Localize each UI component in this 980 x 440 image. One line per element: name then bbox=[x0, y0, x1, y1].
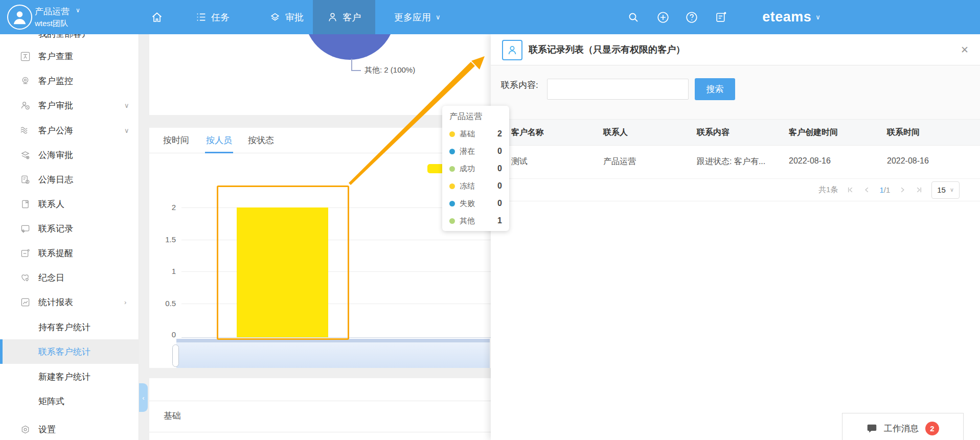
cell-customer-name[interactable]: 测试 bbox=[511, 156, 528, 167]
series-dot-other bbox=[449, 218, 455, 224]
hearts-icon bbox=[19, 272, 31, 283]
reminder-card-icon bbox=[19, 247, 31, 259]
divider bbox=[491, 201, 980, 201]
y-axis-tick: 1.5 bbox=[153, 235, 176, 244]
col-customer-created: 客户创建时间 bbox=[789, 127, 838, 138]
tab-by-status[interactable]: 按状态 bbox=[248, 134, 274, 146]
monitor-camera-icon bbox=[19, 75, 31, 86]
nav-more-apps-label: 更多应用 bbox=[394, 11, 431, 24]
search-field-label: 联系内容: bbox=[501, 79, 538, 91]
approval-stack-icon bbox=[269, 12, 281, 23]
col-contact-content: 联系内容 bbox=[697, 127, 730, 138]
sidebar-item-customer-monitor[interactable]: 客户监控 bbox=[0, 74, 139, 87]
chart-tooltip: 产品运营 基础 2 潜在 0 成功 0 冻结 0 失败 0 其他 bbox=[442, 106, 509, 231]
series-dot-potential bbox=[449, 149, 455, 154]
page-size-select[interactable]: 15 ∨ bbox=[931, 181, 960, 199]
datazoom-handle[interactable] bbox=[172, 344, 179, 367]
prev-page-button[interactable] bbox=[863, 186, 871, 194]
panel-search-bar: 联系内容: 搜索 bbox=[491, 65, 980, 119]
sidebar-collapse-handle[interactable]: ‹ bbox=[139, 383, 148, 412]
help-circle-icon bbox=[685, 11, 698, 24]
work-message-label: 工作消息 bbox=[884, 423, 919, 434]
next-page-button[interactable] bbox=[899, 186, 906, 194]
nav-approvals[interactable]: 审批 bbox=[269, 0, 304, 34]
help-button[interactable] bbox=[683, 0, 700, 34]
sidebar-item-customer-dedupe[interactable]: 客户查重 bbox=[0, 50, 139, 63]
cell-contact-content: 跟进状态: 客户有... bbox=[697, 156, 765, 167]
col-contact-person: 联系人 bbox=[603, 127, 628, 138]
create-new-button[interactable] bbox=[654, 0, 672, 34]
sidebar-item-contact-reminder[interactable]: 联系提醒 bbox=[0, 246, 139, 260]
task-list-icon bbox=[196, 12, 207, 22]
close-icon[interactable]: ✕ bbox=[961, 44, 969, 56]
sidebar: 我的全部客户 客户查重 客户监控 客户审批 ∨ 客户公海 ∨ 公海审批 公海日志 bbox=[0, 34, 139, 440]
tab-by-time[interactable]: 按时间 bbox=[163, 134, 189, 146]
first-page-button[interactable] bbox=[847, 186, 854, 194]
sidebar-item-contact-records[interactable]: 联系记录 bbox=[0, 222, 139, 235]
logo-chevron-down-icon: ∨ bbox=[815, 13, 821, 21]
detail-table-card: 基础 bbox=[149, 378, 491, 440]
contact-content-input[interactable] bbox=[547, 79, 689, 100]
top-navbar: 产品运营 ∨ wtest团队 任务 审批 客户 更多应用 ∨ bbox=[0, 0, 980, 34]
page-indicator: 1/1 bbox=[879, 186, 890, 194]
nav-tasks-label: 任务 bbox=[211, 11, 230, 24]
chevron-right-icon[interactable]: › bbox=[124, 298, 126, 306]
work-message-button[interactable]: 工作消息 2 bbox=[842, 413, 964, 440]
detail-row-label: 基础 bbox=[164, 410, 181, 422]
chevron-down-icon[interactable]: ∨ bbox=[124, 102, 129, 109]
sidebar-item-contacts[interactable]: 联系人 bbox=[0, 197, 139, 211]
nav-home[interactable] bbox=[151, 0, 163, 34]
series-dot-basic bbox=[449, 131, 455, 137]
search-button[interactable] bbox=[625, 0, 642, 34]
cell-contact-time: 2022-08-16 bbox=[887, 156, 929, 166]
sidebar-item-customer-sea[interactable]: 客户公海 ∨ bbox=[0, 124, 139, 137]
home-icon bbox=[151, 11, 163, 24]
eteams-logo[interactable]: eteams ∨ bbox=[758, 0, 825, 34]
tooltip-row: 基础 2 bbox=[449, 125, 502, 143]
tooltip-row: 其他 1 bbox=[449, 212, 502, 229]
table-row[interactable]: 测试 产品运营 跟进状态: 客户有... 2022-08-16 2022-08-… bbox=[491, 146, 980, 179]
chevron-down-icon[interactable]: ∨ bbox=[124, 127, 129, 134]
report-chart-icon bbox=[19, 296, 31, 308]
sidebar-item-settings[interactable]: 设置 bbox=[0, 423, 139, 436]
sidebar-item-reports[interactable]: 统计报表 › bbox=[0, 295, 139, 309]
sidebar-item-sea-approval[interactable]: 公海审批 bbox=[0, 148, 139, 161]
sidebar-item-customer-approval[interactable]: 客户审批 ∨ bbox=[0, 99, 139, 112]
series-dot-frozen bbox=[449, 183, 455, 189]
series-dot-failed bbox=[449, 201, 455, 206]
sidebar-item-held-customer-stats[interactable]: 持有客户统计 bbox=[0, 320, 139, 334]
document-clock-icon bbox=[19, 174, 31, 185]
sidebar-item-sea-log[interactable]: 公海日志 bbox=[0, 173, 139, 186]
messages-button[interactable] bbox=[712, 0, 730, 34]
y-axis-tick: 1 bbox=[153, 267, 176, 275]
panel-title: 联系记录列表（只显示有权限的客户） bbox=[529, 43, 685, 56]
nav-customers[interactable]: 客户 bbox=[313, 0, 375, 34]
panel-header: 联系记录列表（只显示有权限的客户） ✕ bbox=[491, 34, 980, 65]
nav-tasks[interactable]: 任务 bbox=[196, 0, 230, 34]
current-user-name[interactable]: 产品运营 bbox=[35, 6, 70, 17]
plus-circle-icon bbox=[656, 11, 670, 24]
tooltip-row: 潜在 0 bbox=[449, 143, 502, 160]
avatar[interactable] bbox=[7, 5, 32, 30]
y-axis-tick: 0 bbox=[153, 330, 176, 339]
tooltip-row: 失败 0 bbox=[449, 195, 502, 212]
search-icon bbox=[627, 11, 640, 24]
chevron-down-icon: ∨ bbox=[950, 187, 954, 193]
nav-more-apps[interactable]: 更多应用 ∨ bbox=[394, 0, 441, 34]
datazoom-slider[interactable] bbox=[176, 342, 490, 368]
sidebar-item-contact-customer-stats[interactable]: 联系客户统计 bbox=[0, 345, 139, 358]
tooltip-title: 产品运营 bbox=[449, 111, 502, 122]
gear-icon bbox=[19, 424, 31, 435]
user-chevron-down-icon[interactable]: ∨ bbox=[76, 7, 80, 14]
tab-by-person[interactable]: 按人员 bbox=[206, 134, 232, 146]
y-axis-tick: 2 bbox=[153, 203, 176, 212]
search-submit-button[interactable]: 搜索 bbox=[695, 78, 735, 100]
nav-approvals-label: 审批 bbox=[285, 11, 304, 24]
sidebar-item-matrix[interactable]: 矩阵式 bbox=[0, 395, 139, 408]
col-customer-name: 客户名称 bbox=[511, 127, 544, 138]
last-page-button[interactable] bbox=[915, 186, 923, 194]
pagination-total: 共1条 bbox=[818, 185, 838, 195]
sidebar-item-new-customer-stats[interactable]: 新建客户统计 bbox=[0, 370, 139, 383]
y-axis-tick: 0.5 bbox=[153, 299, 176, 308]
sidebar-item-anniversary[interactable]: 纪念日 bbox=[0, 271, 139, 284]
